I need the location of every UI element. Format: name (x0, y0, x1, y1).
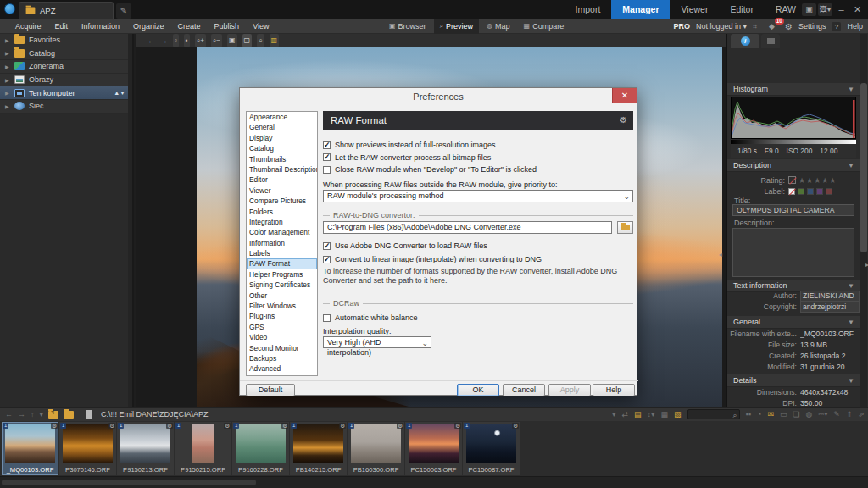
thumbnail-image[interactable] (5, 424, 55, 463)
description-textarea[interactable] (732, 228, 854, 277)
rating-stars[interactable]: ★★★★★ (798, 176, 837, 185)
prefs-category-general[interactable]: General (247, 122, 317, 132)
sync-icon[interactable]: ⇄ (621, 410, 628, 419)
zoom-increase-icon[interactable]: ▪ (184, 34, 190, 47)
settings-gear-icon[interactable]: ⚙ (785, 22, 793, 31)
sidebar-item-sieć[interactable]: ▶Sieć (0, 100, 132, 114)
help-menu[interactable]: Help (847, 22, 863, 30)
star-icon[interactable]: ★ (806, 176, 813, 185)
filmstrip-thumbnail[interactable]: 1⚙PC150063.ORF (405, 422, 462, 475)
filmstrip-scrollbar-thumb[interactable] (2, 480, 256, 485)
tab-secondary[interactable] (761, 34, 780, 48)
dialog-close-button[interactable]: ✕ (612, 88, 637, 103)
login-menu[interactable]: Not logged in ▾ (696, 22, 747, 30)
upload-icon[interactable]: ◔ (757, 410, 761, 419)
folder-up-icon[interactable] (48, 411, 58, 419)
thumbnail-image[interactable] (192, 424, 214, 463)
prefs-category-backups[interactable]: Backups (247, 353, 317, 363)
help-button[interactable]: Help (593, 384, 635, 396)
prefs-category-signing-certificates[interactable]: Signing Certificates (247, 280, 317, 290)
notifications-icon[interactable]: ◆ 10 (769, 21, 779, 31)
prefs-category-integration[interactable]: Integration (247, 217, 317, 227)
expand-triangle-icon[interactable]: ▶ (5, 37, 10, 43)
mode-tab-raw[interactable]: RAW (765, 0, 807, 19)
star-icon[interactable]: ★ (798, 176, 805, 185)
thumbnail-image[interactable] (293, 424, 343, 463)
sidebar-scrollbar[interactable] (128, 34, 132, 407)
grid-view-icon[interactable]: ▦ (661, 410, 669, 419)
menu-acquire[interactable]: Acquire (15, 19, 42, 34)
menu-organize[interactable]: Organize (133, 19, 164, 34)
close-button[interactable]: ✕ (850, 3, 865, 16)
help-icon[interactable]: ? (832, 22, 841, 31)
filmstrip-thumbnail[interactable]: 1⚙PB160300.ORF (348, 422, 404, 475)
expand-triangle-icon[interactable]: ▶ (5, 50, 10, 56)
zoom-decrease-icon[interactable]: ▫ (173, 34, 179, 47)
prefs-category-plug-ins[interactable]: Plug-ins (247, 311, 317, 321)
label-swatch[interactable] (816, 188, 823, 195)
collapse-icon[interactable]: ▾ (612, 410, 616, 419)
star-icon[interactable]: ★ (814, 176, 821, 185)
label-swatch[interactable] (798, 188, 804, 195)
prefs-category-compare-pictures[interactable]: Compare Pictures (247, 196, 317, 206)
filmstrip-thumbnail[interactable]: 1⚙P3070146.ORF (59, 422, 116, 475)
menu-edit[interactable]: Edit (55, 19, 69, 34)
thumbnail-image[interactable] (351, 424, 401, 463)
checkbox-row[interactable]: Use Adobe DNG Converter to load RAW file… (323, 240, 633, 252)
thumbnail-image[interactable] (120, 424, 170, 463)
filmstrip-thumbnail[interactable]: 1⚙P9160228.ORF (232, 422, 289, 475)
sidebar-item-zonerama[interactable]: ▶Zonerama (0, 60, 132, 74)
checkbox-row[interactable]: Convert to linear image (interpolate) wh… (323, 253, 633, 265)
export-icon[interactable]: ⇑ (846, 410, 853, 419)
mode-tab-manager[interactable]: Manager (611, 0, 670, 19)
display-mode-icon[interactable]: 🖼▾ (818, 3, 832, 16)
prefs-category-helper-programs[interactable]: Helper Programs (247, 269, 317, 280)
details-section-header[interactable]: Details▼ (727, 374, 860, 387)
zoom-out-icon[interactable]: ⌕− (211, 34, 222, 47)
view-tab-map[interactable]: ◍Map (481, 19, 516, 34)
nav-forward-icon[interactable]: → (18, 410, 25, 419)
store-icon[interactable]: ⌗ (753, 21, 763, 31)
forward-arrow-icon[interactable]: → (160, 34, 168, 47)
sidebar-item-favorites[interactable]: ▶Favorites (0, 34, 132, 47)
slideshow-icon[interactable]: ▭ (780, 410, 787, 419)
prefs-category-display[interactable]: Display (247, 133, 317, 143)
auto-white-balance-checkbox[interactable]: Automatic white balance (323, 312, 633, 324)
checkbox-box[interactable] (323, 256, 331, 263)
menu-view[interactable]: View (253, 19, 269, 34)
filmstrip-thumbnail[interactable]: 1⚙PC150087.ORF (463, 422, 520, 475)
menu-information[interactable]: Information (81, 19, 120, 34)
prefs-category-labels[interactable]: Labels (247, 248, 317, 258)
prefs-category-other[interactable]: Other (247, 291, 317, 301)
prefs-category-appearance[interactable]: Appearance (247, 112, 317, 122)
apply-button[interactable]: Apply (548, 384, 591, 396)
filmstrip-thumbnail[interactable]: 1⚙PB140215.ORF (290, 422, 347, 475)
prefs-category-second-monitor[interactable]: Second Monitor (247, 343, 317, 353)
menu-create[interactable]: Create (178, 19, 201, 34)
checkbox-box[interactable] (323, 153, 331, 161)
fit-to-screen-icon[interactable]: ▢ (242, 34, 253, 47)
prefs-category-advanced[interactable]: Advanced (247, 363, 317, 374)
edit-image-icon[interactable]: ✎ (833, 410, 840, 419)
expand-triangle-icon[interactable]: ▶ (5, 77, 10, 83)
prefs-category-viewer[interactable]: Viewer (247, 186, 317, 196)
zoom-in-icon[interactable]: ⌕+ (195, 34, 206, 47)
priority-select[interactable]: RAW module's processing method⌄ (323, 190, 633, 202)
default-button[interactable]: Default (246, 384, 295, 396)
expand-triangle-icon[interactable]: ▶ (5, 90, 10, 96)
description-section-header[interactable]: Description▼ (727, 159, 860, 172)
thumb-size-icon[interactable]: ▪▪ (746, 410, 751, 419)
prefs-category-thumbnail-descriptions[interactable]: Thumbnail Descriptions (247, 164, 317, 175)
mode-tab-viewer[interactable]: Viewer (670, 0, 720, 19)
nav-up-icon[interactable]: ↑ (31, 410, 35, 419)
email-icon[interactable]: ✉ (767, 410, 774, 419)
menu-publish[interactable]: Publish (214, 19, 240, 34)
checkbox-row[interactable]: Show previews instead of full-resolution… (323, 139, 633, 151)
new-tab-button[interactable]: ✎ (116, 3, 131, 19)
sidebar-item-catalog[interactable]: ▶Catalog (0, 47, 132, 61)
prefs-category-folders[interactable]: Folders (247, 207, 317, 217)
expand-triangle-icon[interactable]: ▶ (5, 64, 10, 69)
reorder-icon[interactable]: ▲▼ (114, 90, 125, 96)
prefs-category-color-management[interactable]: Color Management (247, 227, 317, 237)
general-section-header[interactable]: General▼ (727, 316, 860, 329)
